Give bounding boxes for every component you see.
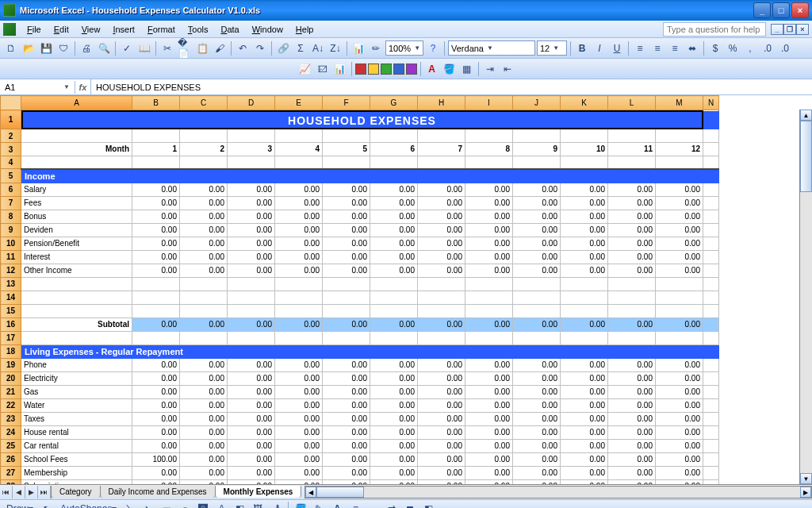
color-swatch-red[interactable]: [355, 64, 366, 75]
row-header-23[interactable]: 23: [1, 412, 21, 425]
cell-value[interactable]: 0.00: [418, 196, 465, 210]
row-header-16[interactable]: 16: [1, 318, 21, 331]
cell-value[interactable]: 0.00: [418, 237, 465, 250]
help-search-input[interactable]: [663, 22, 766, 37]
align-right-icon[interactable]: ≡: [667, 40, 683, 56]
arrow-icon[interactable]: ➘: [140, 501, 156, 509]
cell-value[interactable]: 0.00: [275, 250, 323, 264]
maximize-button[interactable]: □: [772, 2, 790, 18]
cell-value[interactable]: 0.00: [180, 439, 228, 452]
vertical-scrollbar[interactable]: ▲ ▼: [799, 110, 812, 484]
cell-value[interactable]: 0.00: [513, 398, 561, 412]
cell-value[interactable]: 0.00: [608, 183, 656, 196]
shadow-icon[interactable]: ◼: [402, 501, 418, 509]
cell-value[interactable]: 0.00: [323, 479, 370, 484]
merge-icon[interactable]: ⬌: [684, 40, 700, 56]
cell-value[interactable]: 0.00: [561, 264, 608, 277]
cell-value[interactable]: 0.00: [418, 412, 465, 425]
color-swatch-blue[interactable]: [393, 64, 404, 75]
menu-insert[interactable]: Insert: [106, 23, 141, 36]
cell-month-10[interactable]: 10: [561, 143, 608, 156]
new-icon[interactable]: 🗋: [3, 40, 19, 56]
horizontal-scrollbar[interactable]: ◀ ▶: [304, 486, 812, 498]
cell-value[interactable]: 0.00: [513, 358, 561, 371]
cell-value[interactable]: 0.00: [513, 412, 561, 425]
cell-value[interactable]: 0.00: [132, 358, 180, 371]
cell-value[interactable]: 0.00: [323, 371, 370, 385]
scroll-right-icon[interactable]: ▶: [800, 487, 811, 498]
preview-icon[interactable]: 🔍: [96, 40, 112, 56]
cell-value[interactable]: 0.00: [370, 183, 418, 196]
cell-value[interactable]: 0.00: [132, 183, 180, 196]
cell-value[interactable]: 0.00: [323, 250, 370, 264]
cell-value[interactable]: 0.00: [608, 371, 656, 385]
cell-title[interactable]: HOUSEHOLD EXPENSES: [21, 110, 703, 129]
fx-button[interactable]: fx: [75, 79, 91, 94]
cell-value[interactable]: 0.00: [656, 183, 703, 196]
cell-value[interactable]: 0.00: [180, 412, 228, 425]
cell-value[interactable]: 0.00: [465, 183, 513, 196]
column-header-N[interactable]: N: [703, 96, 719, 110]
cell-value[interactable]: 0.00: [418, 398, 465, 412]
column-header-A[interactable]: A: [21, 96, 132, 110]
cell-month-4[interactable]: 4: [275, 143, 323, 156]
cell-value[interactable]: 0.00: [228, 479, 275, 484]
cell-value[interactable]: 0.00: [418, 425, 465, 439]
cell-value[interactable]: 0.00: [180, 210, 228, 223]
cell-value[interactable]: 100.00: [132, 452, 180, 466]
align-left-icon[interactable]: ≡: [632, 40, 648, 56]
cell-value[interactable]: 0.00: [656, 425, 703, 439]
cell-value[interactable]: 0.00: [275, 385, 323, 398]
cell-value[interactable]: 0.00: [656, 223, 703, 237]
row-header-8[interactable]: 8: [1, 210, 21, 223]
cell-subtotal[interactable]: 0.00: [513, 318, 561, 331]
cell-value[interactable]: 0.00: [180, 183, 228, 196]
cell-value[interactable]: 0.00: [561, 237, 608, 250]
cell-label[interactable]: School Fees: [21, 452, 132, 466]
menu-help[interactable]: Help: [289, 23, 320, 36]
row-header-2[interactable]: 2: [1, 129, 21, 143]
cell-subtotal-label[interactable]: Subtotal: [21, 318, 132, 331]
cell-value[interactable]: 0.00: [513, 223, 561, 237]
cell-value[interactable]: 0.00: [561, 250, 608, 264]
cell-value[interactable]: 0.00: [608, 223, 656, 237]
cell-value[interactable]: 0.00: [180, 371, 228, 385]
cell-value[interactable]: 0.00: [561, 466, 608, 479]
cell-value[interactable]: 0.00: [656, 358, 703, 371]
cell-value[interactable]: 0.00: [513, 264, 561, 277]
cell-value[interactable]: 0.00: [323, 452, 370, 466]
scroll-left-icon[interactable]: ◀: [305, 487, 316, 498]
row-header-26[interactable]: 26: [1, 452, 21, 466]
row-header-11[interactable]: 11: [1, 250, 21, 264]
cell-value[interactable]: 0.00: [132, 425, 180, 439]
row-header-27[interactable]: 27: [1, 466, 21, 479]
cell-blank[interactable]: [703, 129, 719, 143]
name-box[interactable]: A1▼: [0, 81, 75, 94]
color-swatch-green[interactable]: [381, 64, 392, 75]
cell-label[interactable]: Salary: [21, 183, 132, 196]
cell-value[interactable]: 0.00: [275, 358, 323, 371]
row-header-24[interactable]: 24: [1, 425, 21, 439]
cell-value[interactable]: 0.00: [370, 466, 418, 479]
save-icon[interactable]: 💾: [38, 40, 54, 56]
cell-value[interactable]: 0.00: [228, 371, 275, 385]
cell-value[interactable]: 0.00: [132, 250, 180, 264]
cell-value[interactable]: 0.00: [370, 264, 418, 277]
cell-value[interactable]: 0.00: [465, 371, 513, 385]
cell-value[interactable]: 0.00: [561, 196, 608, 210]
cell-subtotal[interactable]: 0.00: [465, 318, 513, 331]
cell-label[interactable]: Other Income: [21, 264, 132, 277]
undo-icon[interactable]: ↶: [235, 40, 251, 56]
cell-value[interactable]: 0.00: [608, 452, 656, 466]
cell-subtotal[interactable]: 0.00: [228, 318, 275, 331]
row-header-28[interactable]: 28: [1, 479, 21, 484]
cell-value[interactable]: 0.00: [275, 264, 323, 277]
research-icon[interactable]: 📖: [136, 40, 152, 56]
menu-edit[interactable]: Edit: [48, 23, 75, 36]
cell-value[interactable]: 0.00: [513, 371, 561, 385]
cell-value[interactable]: 0.00: [275, 412, 323, 425]
column-header-J[interactable]: J: [513, 96, 561, 110]
cell-value[interactable]: 0.00: [418, 223, 465, 237]
cell-value[interactable]: 0.00: [656, 385, 703, 398]
cell-value[interactable]: 0.00: [323, 412, 370, 425]
